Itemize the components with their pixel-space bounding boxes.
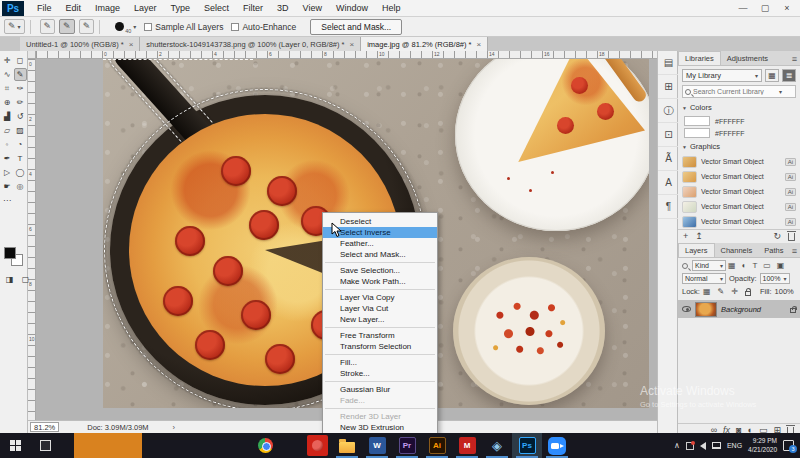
task-view-button[interactable] bbox=[30, 433, 60, 458]
quick-mask-mode-button[interactable]: ◨ bbox=[3, 273, 16, 286]
library-select[interactable]: My Library ▾ bbox=[682, 69, 762, 82]
minimize-button[interactable]: — bbox=[732, 0, 754, 15]
status-chevron-icon[interactable]: › bbox=[173, 423, 176, 432]
crop-tool[interactable]: ⌗ bbox=[1, 82, 14, 95]
tray-app-icon[interactable] bbox=[686, 442, 694, 450]
grid-view-button[interactable]: ▦ bbox=[765, 69, 779, 82]
tab-image-jpg[interactable]: image.jpg @ 81.2% (RGB/8#) * × bbox=[361, 37, 488, 51]
notes-icon[interactable]: ⊡ bbox=[658, 123, 679, 147]
close-icon[interactable]: × bbox=[129, 40, 134, 49]
panel-menu-icon[interactable]: ≡ bbox=[792, 246, 797, 256]
white-swatch[interactable] bbox=[684, 116, 710, 126]
library-item[interactable]: Vector Smart Object Ai bbox=[678, 154, 800, 169]
filter-group-icon[interactable]: ▭ bbox=[763, 261, 771, 270]
lock-all-icon[interactable] bbox=[745, 291, 751, 296]
3d-viewer-taskbar-icon[interactable]: ◈ bbox=[482, 433, 512, 458]
filter-type-icon[interactable]: T bbox=[752, 261, 757, 270]
foreground-color-swatch[interactable] bbox=[4, 247, 16, 259]
hidden-icons-chevron[interactable]: ∧ bbox=[674, 441, 680, 450]
context-item-new-3d-extrusion[interactable]: New 3D Extrusion bbox=[323, 422, 437, 433]
menu-select[interactable]: Select bbox=[197, 0, 236, 17]
context-item-select-and-mask[interactable]: Select and Mask... bbox=[323, 249, 437, 260]
pen-tool[interactable]: ✒ bbox=[1, 152, 14, 165]
color-swatch-row[interactable]: #FFFFFF bbox=[678, 127, 800, 139]
filter-smart-icon[interactable]: ▣ bbox=[777, 261, 785, 270]
language-indicator[interactable]: ENG bbox=[727, 442, 742, 449]
library-item[interactable]: Vector Smart Object Ai bbox=[678, 214, 800, 229]
context-item-layer-via-copy[interactable]: Layer Via Copy bbox=[323, 292, 437, 303]
lock-transparency-icon[interactable]: ▦ bbox=[703, 287, 711, 296]
action-center-icon[interactable]: 3 bbox=[783, 440, 794, 451]
menu-3d[interactable]: 3D bbox=[270, 0, 296, 17]
menu-edit[interactable]: Edit bbox=[59, 0, 89, 17]
trash-icon[interactable] bbox=[788, 233, 795, 241]
move-tool[interactable]: ✛ bbox=[1, 54, 14, 67]
menu-file[interactable]: File bbox=[30, 0, 59, 17]
upload-icon[interactable]: ↥ bbox=[695, 232, 703, 241]
history-brush-tool[interactable]: ↺ bbox=[14, 110, 27, 123]
file-explorer-taskbar-icon[interactable] bbox=[332, 433, 362, 458]
word-taskbar-icon[interactable]: W bbox=[362, 433, 392, 458]
fill-value[interactable]: 100% bbox=[775, 287, 794, 296]
ruler-origin[interactable] bbox=[28, 51, 36, 59]
lock-pixels-icon[interactable]: ✎ bbox=[718, 287, 725, 296]
premiere-taskbar-icon[interactable]: Pr bbox=[392, 433, 422, 458]
menu-filter[interactable]: Filter bbox=[236, 0, 270, 17]
new-selection-mode-button[interactable]: ✎ bbox=[40, 19, 56, 34]
screen-mode-button[interactable]: ▢ bbox=[19, 273, 32, 286]
zoom-tool[interactable]: ◎ bbox=[14, 180, 27, 193]
mail-taskbar-icon[interactable]: M bbox=[452, 433, 482, 458]
search-input[interactable] bbox=[693, 88, 777, 95]
close-button[interactable]: × bbox=[776, 0, 798, 15]
library-item[interactable]: Vector Smart Object Ai bbox=[678, 169, 800, 184]
close-icon[interactable]: × bbox=[476, 40, 481, 49]
chevron-down-icon[interactable]: ▾ bbox=[133, 23, 136, 30]
recorder-taskbar-icon[interactable] bbox=[302, 433, 332, 458]
tab-adjustments[interactable]: Adjustments bbox=[721, 52, 774, 65]
lock-position-icon[interactable]: ✛ bbox=[731, 287, 738, 296]
dodge-tool[interactable]: ◔ bbox=[14, 138, 27, 151]
speaker-icon[interactable] bbox=[700, 442, 706, 450]
library-item[interactable]: Vector Smart Object Ai bbox=[678, 199, 800, 214]
color-swatch-row[interactable]: #FFFFFF bbox=[678, 115, 800, 127]
context-item-fill[interactable]: Fill... bbox=[323, 357, 437, 368]
sample-all-layers-checkbox[interactable] bbox=[144, 23, 152, 31]
filter-kind-select[interactable]: Kind ▾ bbox=[692, 260, 726, 271]
context-item-new-layer[interactable]: New Layer... bbox=[323, 314, 437, 325]
type-tool[interactable]: T bbox=[14, 152, 27, 165]
edit-toolbar-icon[interactable]: ⋯ bbox=[1, 194, 14, 207]
zoom-taskbar-icon[interactable] bbox=[542, 433, 572, 458]
tab-paths[interactable]: Paths bbox=[758, 244, 789, 257]
graphics-section-header[interactable]: ▼ Graphics bbox=[678, 139, 800, 154]
restore-button[interactable]: ▢ bbox=[754, 0, 776, 15]
context-item-save-selection[interactable]: Save Selection... bbox=[323, 265, 437, 276]
quick-selection-tool[interactable]: ✎ bbox=[14, 68, 27, 81]
healing-brush-tool[interactable]: ⊕ bbox=[1, 96, 14, 109]
brush-size-picker[interactable] bbox=[115, 22, 124, 31]
close-icon[interactable]: × bbox=[349, 40, 354, 49]
white-swatch[interactable] bbox=[684, 128, 710, 138]
list-view-button[interactable]: ≣ bbox=[782, 69, 796, 82]
character-icon[interactable]: A bbox=[658, 171, 679, 195]
tab-libraries[interactable]: Libraries bbox=[678, 51, 721, 65]
marquee-tool[interactable]: ◻ bbox=[14, 54, 27, 67]
libraries-icon[interactable]: ⊞ bbox=[658, 75, 679, 99]
sync-icon[interactable]: ↻ bbox=[773, 232, 781, 241]
glyphs-icon[interactable]: Ã bbox=[658, 147, 679, 171]
blend-mode-select[interactable]: Normal ▾ bbox=[682, 273, 726, 284]
hand-tool[interactable]: ☛ bbox=[1, 180, 14, 193]
path-selection-tool[interactable]: ▷ bbox=[1, 166, 14, 179]
blur-tool[interactable]: ◦ bbox=[1, 138, 14, 151]
context-item-free-transform[interactable]: Free Transform bbox=[323, 330, 437, 341]
illustrator-taskbar-icon[interactable]: Ai bbox=[422, 433, 452, 458]
menu-view[interactable]: View bbox=[296, 0, 329, 17]
menu-type[interactable]: Type bbox=[164, 0, 198, 17]
library-search-field[interactable]: ▾ bbox=[682, 85, 796, 98]
library-item[interactable]: Vector Smart Object Ai bbox=[678, 184, 800, 199]
start-button[interactable] bbox=[0, 433, 30, 458]
tab-layers[interactable]: Layers bbox=[678, 243, 715, 257]
menu-image[interactable]: Image bbox=[88, 0, 127, 17]
tab-channels[interactable]: Channels bbox=[715, 244, 759, 257]
brush-tool[interactable]: ✏ bbox=[14, 96, 27, 109]
add-to-selection-mode-button[interactable]: ✎ bbox=[59, 19, 75, 34]
